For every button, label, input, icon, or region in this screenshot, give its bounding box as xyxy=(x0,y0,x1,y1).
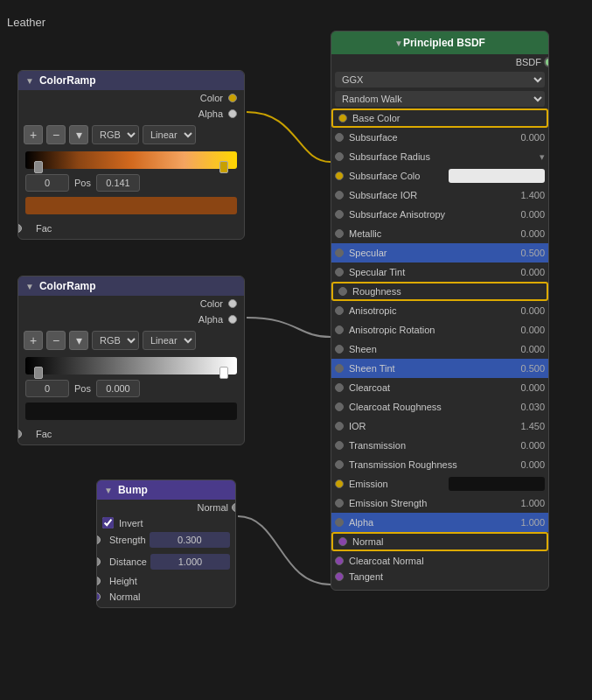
bsdf-emission-label: Emission xyxy=(349,479,445,489)
bump-title: Bump xyxy=(118,484,148,496)
bsdf-emission-socket[interactable] xyxy=(335,480,344,488)
bump-strength-input[interactable] xyxy=(150,532,230,548)
bump-invert-checkbox[interactable] xyxy=(102,517,114,528)
bsdf-transmission-socket[interactable] xyxy=(335,441,344,450)
colorramp1-handle-left[interactable] xyxy=(34,161,43,173)
colorramp1-header: ▼ ColorRamp xyxy=(18,71,244,90)
bump-height-label: Height xyxy=(109,576,137,586)
colorramp2-index-input[interactable] xyxy=(25,380,69,397)
bsdf-normal-label: Normal xyxy=(352,536,541,547)
bsdf-subsurface-radius-label: Subsurface Radius xyxy=(349,151,540,162)
bsdf-specular-tint-value: 0.000 xyxy=(514,267,545,277)
bsdf-specular-row: Specular 0.500 xyxy=(331,243,548,262)
bsdf-specular-tint-label: Specular Tint xyxy=(349,267,514,277)
bump-distance-input[interactable] xyxy=(150,554,230,570)
bsdf-metallic-socket[interactable] xyxy=(335,229,344,238)
bsdf-subsurface-aniso-row: Subsurface Anisotropy 0.000 xyxy=(331,205,548,224)
colorramp2-colormode-select[interactable]: RGB xyxy=(92,331,139,350)
bsdf-clearcoat-roughness-socket[interactable] xyxy=(335,402,344,411)
bump-distance-socket[interactable] xyxy=(96,557,101,566)
bump-normal-socket-out[interactable] xyxy=(232,503,236,512)
bsdf-tangent-row: Tangent xyxy=(331,570,548,590)
colorramp2-gradient[interactable] xyxy=(25,357,237,374)
colorramp1-fac-socket[interactable] xyxy=(17,224,22,233)
colorramp2-color-output: Color xyxy=(18,296,244,312)
bsdf-sheen-tint-value: 0.500 xyxy=(514,363,545,374)
colorramp1-menu-btn[interactable]: ▾ xyxy=(69,125,88,144)
bsdf-ior-socket[interactable] xyxy=(335,422,344,430)
bump-invert-row: Invert xyxy=(97,515,235,530)
bsdf-subsurface-aniso-value: 0.000 xyxy=(514,209,545,220)
colorramp2-add-btn[interactable]: + xyxy=(24,331,43,350)
colorramp1-gradient[interactable] xyxy=(25,151,237,169)
bsdf-metallic-label: Metallic xyxy=(349,228,514,239)
colorramp2-interp-select[interactable]: Linear xyxy=(143,331,196,350)
bsdf-sheen-value: 0.000 xyxy=(514,344,545,354)
bsdf-clearcoat-socket[interactable] xyxy=(335,383,344,392)
bsdf-sheen-label: Sheen xyxy=(349,344,514,354)
bsdf-output-socket[interactable] xyxy=(544,57,549,67)
bsdf-subsurface-ior-socket[interactable] xyxy=(335,191,344,200)
colorramp2-handle-left[interactable] xyxy=(34,367,43,379)
colorramp2-color-label: Color xyxy=(200,298,223,309)
bsdf-base-color-socket[interactable] xyxy=(338,114,347,122)
colorramp2-color-preview[interactable] xyxy=(25,402,237,420)
bsdf-clearcoat-normal-socket[interactable] xyxy=(335,556,344,565)
colorramp1-pos-input[interactable] xyxy=(96,174,140,192)
bsdf-emission-strength-socket[interactable] xyxy=(335,499,344,508)
bsdf-normal-socket[interactable] xyxy=(338,537,347,546)
bump-strength-socket[interactable] xyxy=(96,536,101,544)
colorramp1-alpha-socket[interactable] xyxy=(228,109,237,118)
colorramp1-color-preview[interactable] xyxy=(25,197,237,214)
colorramp2-arrow: ▼ xyxy=(25,282,34,291)
bsdf-transmission-roughness-socket[interactable] xyxy=(335,460,344,469)
bump-height-socket[interactable] xyxy=(96,577,101,585)
bump-normal-input-socket[interactable] xyxy=(96,592,101,601)
bsdf-sheen-tint-socket[interactable] xyxy=(335,364,344,373)
colorramp2-header: ▼ ColorRamp xyxy=(18,276,244,296)
colorramp1-color-socket[interactable] xyxy=(228,94,237,102)
colorramp2-pos-input[interactable] xyxy=(96,380,140,397)
colorramp1-index-input[interactable] xyxy=(25,174,69,192)
bsdf-distribution-select[interactable]: GGX xyxy=(335,72,545,88)
bsdf-anisotropic-rot-socket[interactable] xyxy=(335,326,344,334)
bump-node: ▼ Bump Normal Invert Strength Distance H… xyxy=(96,480,236,608)
bsdf-anisotropic-rot-row: Anisotropic Rotation 0.000 xyxy=(331,320,548,340)
bsdf-specular-label: Specular xyxy=(349,248,514,258)
colorramp1-handle-right[interactable] xyxy=(219,161,228,173)
bsdf-clearcoat-label: Clearcoat xyxy=(349,382,514,393)
bsdf-roughness-socket[interactable] xyxy=(338,287,347,296)
bsdf-emission-color-swatch[interactable] xyxy=(449,477,545,491)
bsdf-subsurface-aniso-socket[interactable] xyxy=(335,210,344,219)
bsdf-emission-strength-row: Emission Strength 1.000 xyxy=(331,494,548,513)
bsdf-subsurface-socket[interactable] xyxy=(335,133,344,142)
bsdf-specular-socket[interactable] xyxy=(335,248,344,257)
colorramp2-alpha-socket[interactable] xyxy=(228,315,237,324)
colorramp2-color-socket[interactable] xyxy=(228,299,237,308)
bsdf-subsurface-method-select[interactable]: Random Walk xyxy=(335,91,545,107)
bsdf-anisotropic-socket[interactable] xyxy=(335,306,344,315)
bsdf-anisotropic-value: 0.000 xyxy=(514,305,545,316)
bsdf-sheen-socket[interactable] xyxy=(335,345,344,354)
bsdf-subsurface-row: Subsurface 0.000 xyxy=(331,128,548,147)
bsdf-tangent-socket[interactable] xyxy=(335,572,344,581)
bump-strength-row: Strength xyxy=(97,530,235,550)
bsdf-alpha-socket[interactable] xyxy=(335,518,344,527)
bsdf-specular-tint-socket[interactable] xyxy=(335,268,344,276)
colorramp2-menu-btn[interactable]: ▾ xyxy=(69,331,88,350)
bsdf-base-color-label: Base Color xyxy=(352,113,541,123)
bsdf-subsurface-color-swatch[interactable] xyxy=(449,169,545,183)
colorramp1-remove-btn[interactable]: − xyxy=(46,125,66,144)
bsdf-sheen-row: Sheen 0.000 xyxy=(331,340,548,359)
colorramp2-remove-btn[interactable]: − xyxy=(46,331,66,350)
bsdf-subsurface-radius-socket[interactable] xyxy=(335,152,344,161)
colorramp2-handle-right[interactable] xyxy=(219,367,228,379)
colorramp1-alpha-output: Alpha xyxy=(18,106,244,122)
colorramp1-pos-row: Pos xyxy=(18,172,244,195)
colorramp1-interp-select[interactable]: Linear xyxy=(143,125,196,144)
bsdf-subsurface-color-socket[interactable] xyxy=(335,172,344,180)
colorramp2-fac-socket[interactable] xyxy=(17,430,22,438)
colorramp1-add-btn[interactable]: + xyxy=(24,125,43,144)
colorramp1-alpha-label: Alpha xyxy=(198,108,223,119)
colorramp1-colormode-select[interactable]: RGB xyxy=(92,125,139,144)
